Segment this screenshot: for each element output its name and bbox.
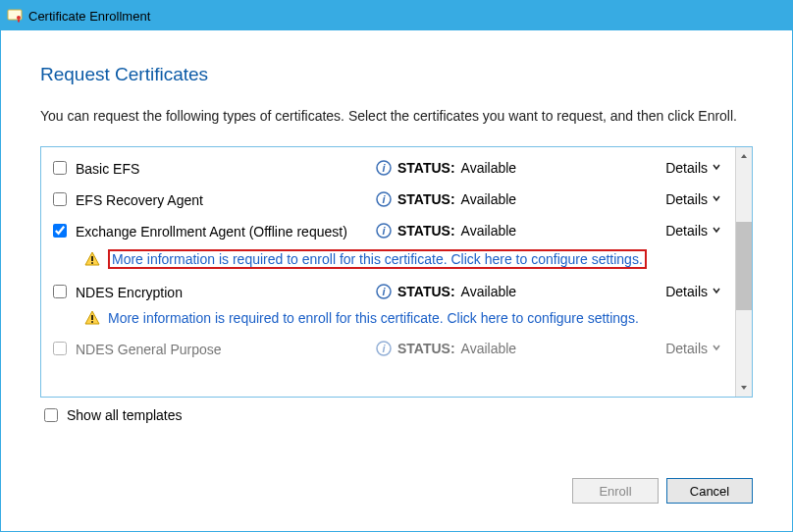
status-prefix: STATUS:: [397, 191, 455, 207]
svg-rect-9: [91, 262, 93, 264]
template-info-row: More information is required to enroll f…: [45, 247, 731, 277]
status-prefix: STATUS:: [397, 341, 455, 356]
template-row: NDES EncryptioniSTATUS:AvailableDetails: [45, 277, 731, 308]
warning-icon: [84, 310, 100, 326]
template-status: iSTATUS:Available: [376, 284, 582, 299]
section-description: You can request the following types of c…: [40, 107, 753, 127]
titlebar[interactable]: Certificate Enrollment: [1, 1, 792, 30]
show-all-templates-row: Show all templates: [40, 398, 753, 425]
template-name: NDES General Purpose: [76, 341, 370, 358]
details-label: Details: [665, 191, 708, 207]
chevron-down-icon: [712, 225, 721, 237]
status-value: Available: [461, 191, 517, 207]
dialog-window: Certificate Enrollment Request Certifica…: [0, 0, 793, 532]
status-value: Available: [461, 341, 517, 356]
cancel-button[interactable]: Cancel: [666, 478, 753, 504]
template-row: Exchange Enrollment Agent (Offline reque…: [45, 216, 731, 247]
details-toggle[interactable]: Details: [665, 223, 727, 239]
window-title: Certificate Enrollment: [28, 9, 150, 24]
template-status: iSTATUS:Available: [376, 191, 582, 207]
show-all-checkbox[interactable]: [44, 408, 58, 422]
configure-settings-link[interactable]: More information is required to enroll f…: [108, 249, 647, 269]
template-name: NDES Encryption: [76, 284, 370, 301]
template-checkbox[interactable]: [53, 224, 67, 238]
info-icon: i: [376, 160, 392, 176]
template-row: NDES General PurposeiSTATUS:AvailableDet…: [45, 334, 731, 365]
svg-rect-12: [91, 315, 93, 320]
svg-rect-8: [91, 256, 93, 261]
template-row: EFS Recovery AgentiSTATUS:AvailableDetai…: [45, 185, 731, 216]
template-checkbox[interactable]: [53, 161, 67, 175]
status-prefix: STATUS:: [397, 284, 455, 299]
details-toggle[interactable]: Details: [665, 341, 727, 356]
details-label: Details: [665, 223, 708, 239]
status-value: Available: [461, 160, 517, 176]
enroll-button[interactable]: Enroll: [572, 478, 659, 504]
template-checkbox[interactable]: [53, 342, 67, 355]
info-icon: i: [376, 191, 392, 207]
scrollbar[interactable]: [735, 147, 752, 397]
svg-rect-13: [91, 322, 93, 324]
status-value: Available: [461, 223, 517, 239]
status-prefix: STATUS:: [397, 160, 455, 176]
client-area: Request Certificates You can request the…: [1, 30, 792, 531]
scroll-thumb[interactable]: [736, 222, 752, 310]
template-status: iSTATUS:Available: [376, 341, 582, 356]
status-prefix: STATUS:: [397, 223, 455, 239]
certificate-icon: [7, 8, 23, 24]
template-status: iSTATUS:Available: [376, 223, 582, 239]
certificate-list: Basic EFSiSTATUS:AvailableDetailsEFS Rec…: [40, 146, 753, 398]
template-status: iSTATUS:Available: [376, 160, 582, 176]
status-value: Available: [461, 284, 517, 299]
details-toggle[interactable]: Details: [665, 191, 727, 207]
info-icon: i: [376, 223, 392, 239]
section-title: Request Certificates: [40, 64, 753, 85]
details-label: Details: [665, 284, 708, 299]
svg-point-1: [17, 16, 21, 20]
template-checkbox[interactable]: [53, 192, 67, 206]
template-checkbox[interactable]: [53, 285, 67, 298]
template-info-row: More information is required to enroll f…: [45, 308, 731, 334]
button-row: Enroll Cancel: [40, 462, 753, 504]
info-icon: i: [376, 341, 392, 356]
info-icon: i: [376, 284, 392, 299]
chevron-down-icon: [712, 343, 721, 354]
chevron-down-icon: [712, 162, 721, 174]
show-all-label[interactable]: Show all templates: [67, 407, 183, 423]
certificate-list-viewport: Basic EFSiSTATUS:AvailableDetailsEFS Rec…: [41, 147, 735, 397]
scroll-track[interactable]: [736, 165, 752, 379]
details-label: Details: [665, 341, 708, 356]
template-name: EFS Recovery Agent: [76, 191, 370, 209]
details-label: Details: [665, 160, 708, 176]
configure-settings-link[interactable]: More information is required to enroll f…: [108, 310, 639, 326]
template-name: Exchange Enrollment Agent (Offline reque…: [76, 223, 370, 240]
chevron-down-icon: [712, 193, 721, 205]
chevron-down-icon: [712, 286, 721, 297]
details-toggle[interactable]: Details: [665, 160, 727, 176]
scroll-up-arrow[interactable]: [736, 147, 752, 165]
template-row: Basic EFSiSTATUS:AvailableDetails: [45, 153, 731, 185]
details-toggle[interactable]: Details: [665, 284, 727, 299]
scroll-down-arrow[interactable]: [736, 379, 752, 397]
warning-icon: [84, 251, 100, 267]
template-name: Basic EFS: [76, 160, 370, 178]
